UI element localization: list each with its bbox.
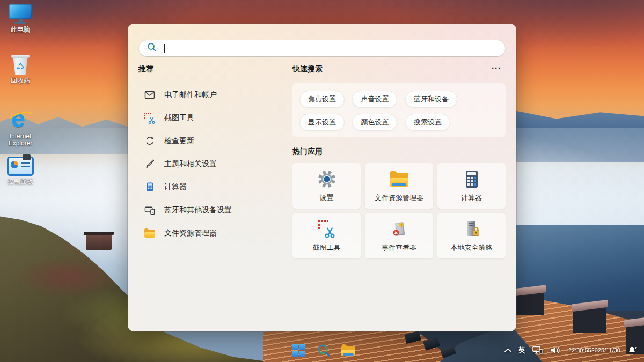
desktop-icon-recycle-bin[interactable]: 回收站: [5, 55, 35, 84]
this-pc-icon: [5, 4, 35, 24]
tile-label: 截图工具: [313, 243, 341, 253]
hot-app-tile-snipping-tool[interactable]: 截图工具: [292, 213, 361, 258]
file-explorer-folder-icon: [390, 169, 408, 189]
hot-app-tile-calculator[interactable]: 计算器: [437, 163, 506, 209]
hot-app-tile-settings[interactable]: 设置: [292, 163, 361, 209]
recommended-list: 电子邮件和帐户 截图工具: [138, 83, 288, 245]
screen: 此电脑 回收站 e Internet Explorer: [0, 0, 644, 362]
quick-search-pill-search-settings[interactable]: 搜索设置: [405, 114, 450, 131]
recommended-item-label: 文件资源管理器: [164, 228, 217, 238]
search-icon: [147, 42, 157, 55]
quick-search-pill-color[interactable]: 颜色设置: [352, 114, 397, 131]
desktop-icon-label: Internet Explorer: [5, 133, 35, 147]
windows-start-icon[interactable]: [291, 343, 306, 358]
tray-time: 22:30:55: [568, 347, 591, 354]
volume-icon[interactable]: [550, 346, 561, 354]
svg-text:z: z: [635, 346, 637, 350]
mail-icon: [144, 89, 156, 101]
calculator-icon: [144, 181, 156, 193]
calculator-icon: [462, 169, 481, 189]
tile-label: 设置: [320, 193, 334, 203]
taskbar-file-explorer-icon[interactable]: [341, 343, 356, 358]
recommended-item-snipping-tool[interactable]: 截图工具: [138, 106, 288, 129]
recommended-item-themes[interactable]: 主题和相关设置: [138, 152, 288, 175]
recommended-item-calculator[interactable]: 计算器: [138, 175, 288, 198]
settings-gear-icon: [317, 169, 336, 189]
recommended-item-bluetooth-devices[interactable]: 蓝牙和其他设备设置: [138, 198, 288, 221]
desktop-icon-internet-explorer[interactable]: e Internet Explorer: [5, 107, 35, 147]
themes-brush-icon: [144, 158, 156, 170]
desktop-icon-label: 控制面板: [5, 178, 35, 185]
search-box[interactable]: [138, 40, 506, 57]
recommended-item-label: 截图工具: [164, 113, 194, 123]
hidden-icons-chevron-icon[interactable]: [504, 348, 511, 352]
search-input[interactable]: [166, 44, 498, 53]
search-flyout-panel: 推荐 快速搜索 ··· 电子邮件和帐户: [128, 24, 516, 331]
input-language-indicator[interactable]: 英: [518, 345, 525, 355]
tile-label: 事件查看器: [382, 243, 416, 253]
quick-search-card: 焦点设置 声音设置 蓝牙和设备 显示设置 颜色设置 搜索设置: [292, 83, 506, 137]
file-explorer-folder-icon: [144, 227, 156, 239]
wall-merlon: [573, 307, 606, 333]
quick-search-pill-bluetooth[interactable]: 蓝牙和设备: [405, 91, 457, 108]
network-icon[interactable]: [532, 346, 543, 354]
clock[interactable]: 22:30:55 2025/11/30: [568, 347, 620, 354]
local-security-policy-icon: [462, 219, 481, 239]
wall-merlon: [514, 292, 544, 315]
event-viewer-icon: [390, 219, 409, 239]
tile-label: 文件资源管理器: [375, 193, 423, 203]
quick-search-pill-sound[interactable]: 声音设置: [352, 91, 397, 108]
snipping-tool-icon: [144, 112, 156, 124]
control-panel-icon: [5, 157, 35, 176]
desktop-icon-label: 回收站: [5, 77, 35, 84]
desktop-icon-this-pc[interactable]: 此电脑: [5, 4, 35, 33]
desktop-icon-label: 此电脑: [5, 26, 35, 33]
quick-search-pill-focus[interactable]: 焦点设置: [299, 91, 345, 108]
quick-search-section-title: 快速搜索: [292, 64, 323, 74]
hot-apps-section-title: 热门应用: [292, 147, 323, 157]
do-not-disturb-bell-icon[interactable]: z: [627, 345, 638, 355]
watchtower: [86, 235, 112, 250]
recommended-item-label: 主题和相关设置: [164, 159, 217, 169]
system-tray: 英 22:30:55 2025/11/30: [504, 338, 638, 362]
recommended-item-label: 检查更新: [164, 136, 194, 146]
quick-search-more-button[interactable]: ···: [492, 63, 501, 72]
hot-app-tile-file-explorer[interactable]: 文件资源管理器: [365, 163, 433, 209]
recommended-item-email-accounts[interactable]: 电子邮件和帐户: [138, 83, 288, 106]
recommended-item-label: 电子邮件和帐户: [164, 90, 217, 100]
tray-date: 2025/11/30: [591, 347, 620, 354]
check-updates-icon: [144, 135, 156, 147]
tile-label: 计算器: [461, 193, 482, 203]
quick-search-pill-display[interactable]: 显示设置: [299, 114, 345, 131]
taskbar-search-icon[interactable]: [316, 343, 331, 358]
taskbar-center-icons: [291, 343, 356, 358]
text-cursor: [164, 44, 165, 53]
snipping-tool-icon: [318, 219, 335, 239]
recommended-item-file-explorer[interactable]: 文件资源管理器: [138, 221, 288, 245]
hot-app-tile-event-viewer[interactable]: 事件查看器: [365, 213, 433, 258]
recommended-item-check-updates[interactable]: 检查更新: [138, 129, 288, 152]
bluetooth-devices-icon: [144, 204, 156, 216]
desktop-icon-control-panel[interactable]: 控制面板: [5, 157, 35, 185]
hot-apps-grid: 设置 文件资源管理器: [292, 163, 506, 258]
tile-label: 本地安全策略: [451, 243, 493, 253]
taskbar: 英 22:30:55 2025/11/30: [0, 338, 644, 362]
recommended-item-label: 蓝牙和其他设备设置: [164, 205, 232, 215]
recommended-section-title: 推荐: [138, 64, 153, 74]
internet-explorer-icon: e: [5, 107, 35, 131]
recommended-item-label: 计算器: [164, 182, 187, 192]
hot-app-tile-local-security-policy[interactable]: 本地安全策略: [437, 213, 506, 258]
recycle-bin-icon: [5, 55, 35, 75]
